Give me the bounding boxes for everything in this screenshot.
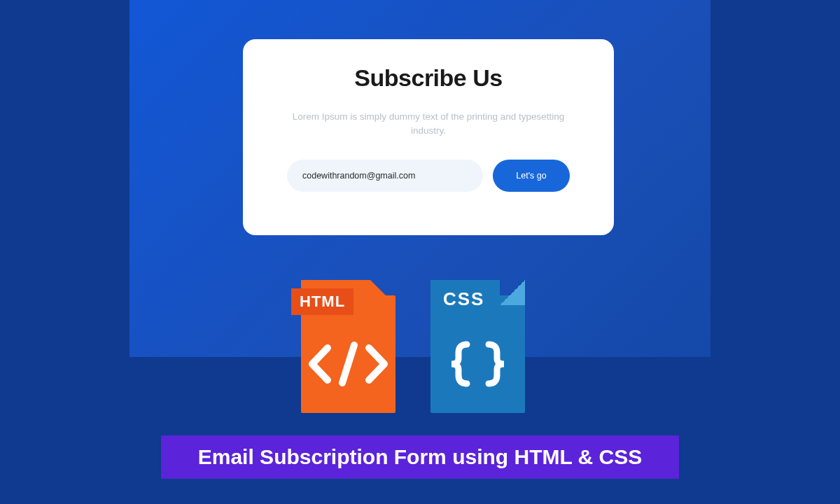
- css-glyph-icon: [424, 336, 532, 402]
- title-banner: Email Subscription Form using HTML & CSS: [161, 435, 679, 479]
- card-description: Lorem Ipsum is simply dummy text of the …: [281, 110, 575, 139]
- css-file-icon: CSS: [424, 273, 532, 413]
- submit-button[interactable]: Let's go: [493, 160, 570, 192]
- html-file-icon: HTML: [294, 273, 402, 413]
- tech-icons-row: HTML CSS: [294, 273, 532, 413]
- card-title: Subscribe Us: [354, 64, 502, 92]
- subscribe-card: Subscribe Us Lorem Ipsum is simply dummy…: [243, 39, 614, 235]
- css-label: CSS: [443, 288, 484, 310]
- email-input[interactable]: [287, 160, 483, 192]
- html-glyph-icon: [294, 340, 402, 398]
- html-label: HTML: [291, 288, 354, 315]
- form-row: Let's go: [274, 160, 583, 192]
